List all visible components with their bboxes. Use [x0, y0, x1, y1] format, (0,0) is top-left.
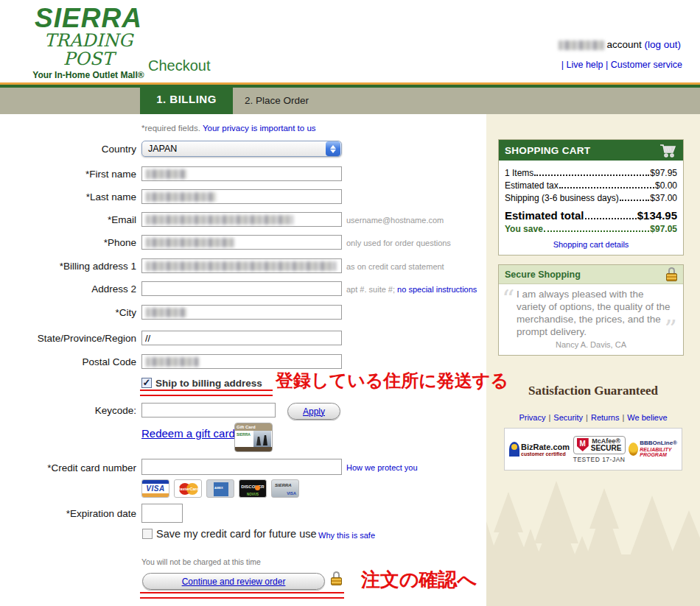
- cart-you-save: You save $97.05: [505, 224, 677, 234]
- bbb-name: BBBOnLine®: [640, 440, 677, 447]
- credit-card-number-label: *Credit card number: [0, 462, 136, 473]
- ship-to-billing-label: Ship to billing address: [155, 378, 262, 389]
- live-help-link[interactable]: Live help: [566, 60, 603, 70]
- select-stepper-icon: [326, 141, 340, 156]
- separator: |: [622, 413, 624, 422]
- how-we-protect-you-link[interactable]: How we protect you: [346, 463, 418, 472]
- state-label: State/Province/Region: [0, 333, 136, 344]
- total-value: $134.95: [637, 209, 677, 222]
- account-name-redacted: [559, 40, 604, 50]
- cart-row-value: $0.00: [655, 180, 677, 191]
- logo-tagline: Your In-Home Outlet Mall®: [22, 70, 155, 80]
- mcafee-badge[interactable]: M McAfee® SECURE TESTED 17-JAN: [573, 436, 626, 463]
- we-believe-link[interactable]: We believe: [627, 413, 667, 422]
- credit-card-number-input[interactable]: [141, 459, 342, 475]
- dotted-leader: [620, 200, 650, 201]
- sierra-trading-post-logo[interactable]: SIERRA TRADING POST Your In-Home Outlet …: [22, 4, 155, 80]
- lock-icon: [331, 571, 342, 585]
- keycode-input[interactable]: [141, 403, 276, 417]
- not-charged-note: You will not be charged at this time: [141, 557, 261, 566]
- email-label: *Email: [0, 214, 136, 225]
- security-link[interactable]: Security: [553, 413, 583, 422]
- expiration-date-input[interactable]: [141, 504, 183, 523]
- dotted-leader: [585, 218, 637, 219]
- phone-hint: only used for order questions: [346, 239, 451, 247]
- cart-row-value: $97.95: [650, 168, 677, 178]
- dotted-leader: [559, 187, 654, 189]
- hikers-photo: [253, 431, 271, 447]
- bizrate-ribbon-icon: [509, 442, 519, 457]
- gift-card-image[interactable]: Gift Card SIERRA: [234, 423, 273, 452]
- logo-word-trading-post: TRADING POST: [22, 32, 155, 68]
- customer-service-link[interactable]: Customer service: [611, 60, 682, 70]
- shopping-cart-details-link[interactable]: Shopping cart details: [553, 240, 629, 249]
- visa-card-icon: VISA: [141, 479, 169, 498]
- policy-links: Privacy|Security|Returns|We believe: [486, 413, 700, 422]
- red-underline-annotation: [140, 592, 344, 599]
- cart-row-shipping: Shipping (3-6 business days) $37.00: [505, 193, 677, 203]
- why-this-is-safe-link[interactable]: Why this is safe: [318, 531, 375, 540]
- apply-button[interactable]: Apply: [287, 403, 340, 420]
- cart-row-label: 1 Items: [505, 168, 533, 178]
- required-note-text: *required fields.: [141, 124, 200, 133]
- save-card-checkbox[interactable]: [142, 529, 153, 539]
- required-fields-note: *required fields. Your privacy is import…: [141, 124, 316, 133]
- how-we-protect-hint: How we protect you: [346, 463, 418, 472]
- satisfaction-guaranteed-text: Satisfaction Guaranteed: [486, 384, 700, 398]
- bizrate-badge[interactable]: BizRate.com customer certified: [509, 442, 570, 457]
- shopping-cart-summary: SHOPPING CART 1 Items $97.95 Estimated t…: [498, 139, 684, 256]
- state-input[interactable]: [141, 331, 342, 345]
- dotted-leader: [544, 230, 649, 232]
- tab-place-order[interactable]: 2. Place Order: [245, 88, 309, 114]
- gift-card-image-title: Gift Card: [235, 423, 272, 431]
- redeem-gift-card-link[interactable]: Redeem a gift card: [141, 427, 235, 440]
- last-name-redacted: [146, 192, 216, 202]
- no-special-instructions-link[interactable]: no special instructions: [397, 285, 477, 294]
- save-card-label: Save my credit card for future use: [156, 528, 317, 540]
- shopping-cart-body: 1 Items $97.95 Estimated tax $0.00 Shipp…: [499, 161, 683, 255]
- shopping-cart-title: SHOPPING CART: [505, 145, 590, 156]
- billing-address1-redacted: [146, 261, 336, 271]
- customer-quote: “ I am always pleased with the variety o…: [499, 284, 683, 355]
- continue-and-review-order-button[interactable]: Continue and review order: [142, 573, 325, 590]
- logout-link[interactable]: (log out): [644, 39, 681, 50]
- billing-address1-hint: as on credit card statement: [346, 262, 444, 271]
- ship-annotation-japanese: 登録している住所に発送する: [276, 369, 508, 392]
- logo-word-sierra: SIERRA: [22, 4, 155, 32]
- tab-billing[interactable]: 1. BILLING: [140, 85, 233, 114]
- phone-redacted: [146, 238, 234, 247]
- checkout-steps-bar: [0, 88, 700, 114]
- mcafee-secure: SECURE: [591, 445, 622, 452]
- mcafee-shield-icon: M: [577, 438, 589, 451]
- keycode-label: Keycode:: [0, 405, 136, 416]
- shopping-cart-header: SHOPPING CART: [499, 140, 683, 161]
- quote-text: I am always pleased with the variety of …: [506, 289, 676, 339]
- billing-address1-label: *Billing address 1: [0, 261, 136, 272]
- bbb-badge[interactable]: BBBOnLine® RELIABILITY PROGRAM: [629, 440, 677, 458]
- email-hint: username@hostname.com: [346, 216, 444, 225]
- privacy-link[interactable]: Privacy: [519, 413, 545, 422]
- privacy-important-link[interactable]: Your privacy is important to us: [203, 124, 316, 133]
- open-quote-icon: “: [502, 292, 514, 306]
- ship-to-billing-checkbox[interactable]: ✓: [141, 378, 152, 388]
- close-quote-icon: ”: [665, 322, 677, 337]
- dotted-leader: [534, 175, 649, 176]
- postal-code-label: Postal Code: [0, 356, 136, 367]
- help-links: | Live help | Customer service: [561, 60, 682, 70]
- phone-label: *Phone: [0, 237, 136, 248]
- first-name-label: *First name: [0, 169, 136, 180]
- city-redacted: [146, 308, 186, 317]
- cart-row-items: 1 Items $97.95: [505, 168, 677, 178]
- country-select[interactable]: JAPAN: [141, 141, 342, 157]
- returns-link[interactable]: Returns: [591, 413, 620, 422]
- total-label: Estimated total: [505, 209, 584, 222]
- email-redacted: [146, 215, 293, 225]
- save-label: You save: [505, 224, 543, 234]
- secure-shopping-title: Secure Shopping: [505, 269, 581, 280]
- amex-card-icon: AMEX: [206, 479, 234, 498]
- mastercard-icon: MasterCard: [174, 479, 202, 498]
- address2-input[interactable]: [141, 281, 342, 296]
- cart-row-tax: Estimated tax $0.00: [505, 180, 677, 191]
- secure-shopping-header: Secure Shopping: [499, 265, 683, 284]
- right-sidebar: SHOPPING CART 1 Items $97.95 Estimated t…: [486, 114, 700, 606]
